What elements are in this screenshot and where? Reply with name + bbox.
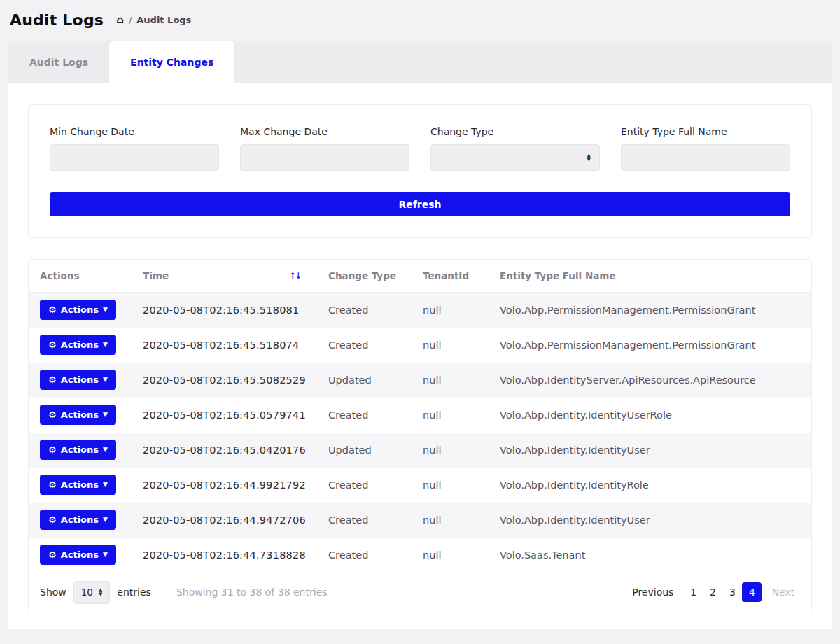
tenant-id-cell: null (412, 433, 489, 468)
sort-icon[interactable]: ↑↓ (289, 271, 300, 281)
pagination-next[interactable]: Next (766, 582, 800, 602)
tabs-bar: Audit Logs Entity Changes (8, 41, 832, 83)
tenant-id-cell: null (412, 468, 489, 503)
change-type-cell: Updated (317, 363, 412, 398)
gear-icon: ⚙ (48, 410, 57, 419)
select-updown-icon: ▲▼ (587, 153, 591, 162)
entity-type-cell: Volo.Abp.PermissionManagement.Permission… (489, 328, 811, 363)
change-type-select[interactable]: ▲▼ (430, 144, 600, 171)
actions-button-label: Actions (61, 444, 99, 455)
actions-cell: ⚙ Actions ▼ (29, 538, 132, 573)
table-header-row: Actions Time ↑↓ Change Type TenantId Ent… (29, 260, 811, 293)
filter-max-change-date: Max Change Date (240, 126, 410, 171)
table-row: ⚙ Actions ▼ 2020-05-08T02:16:45.0579741 … (29, 398, 811, 433)
page-size-select[interactable]: 10 ▲▼ (74, 581, 111, 604)
tenant-id-cell: null (412, 398, 489, 433)
tenant-id-cell: null (412, 503, 489, 538)
refresh-button[interactable]: Refresh (50, 192, 790, 216)
tenant-id-cell: null (412, 293, 489, 328)
entity-changes-table-card: Actions Time ↑↓ Change Type TenantId Ent… (28, 259, 812, 612)
row-actions-button[interactable]: ⚙ Actions ▼ (40, 545, 116, 565)
change-type-cell: Created (317, 503, 412, 538)
entity-type-full-name-input[interactable] (621, 144, 790, 171)
pagination-page-2[interactable]: 2 (703, 582, 722, 602)
time-cell: 2020-05-08T02:16:44.7318828 (132, 538, 317, 573)
time-cell: 2020-05-08T02:16:44.9472706 (132, 503, 317, 538)
content-panel: Min Change Date Max Change Date Change T… (8, 83, 832, 629)
home-icon[interactable]: ⌂ (116, 15, 124, 25)
time-cell: 2020-05-08T02:16:45.5082529 (132, 363, 317, 398)
column-header-entity-type: Entity Type Full Name (489, 260, 811, 293)
actions-button-label: Actions (61, 304, 99, 315)
gear-icon: ⚙ (48, 445, 57, 454)
table-row: ⚙ Actions ▼ 2020-05-08T02:16:44.7318828 … (29, 538, 811, 573)
actions-button-label: Actions (61, 550, 99, 560)
max-change-date-input[interactable] (240, 144, 410, 171)
showing-entries-text: Showing 31 to 38 of 38 entries (176, 587, 328, 598)
change-type-label: Change Type (430, 126, 600, 137)
entity-type-cell: Volo.Abp.Identity.IdentityUser (489, 433, 811, 468)
pagination-page-4[interactable]: 4 (742, 582, 762, 602)
actions-button-label: Actions (61, 514, 99, 525)
entries-label: entries (117, 587, 151, 598)
caret-down-icon: ▼ (103, 342, 108, 348)
gear-icon: ⚙ (48, 375, 57, 384)
caret-down-icon: ▼ (103, 412, 108, 418)
column-header-time[interactable]: Time ↑↓ (132, 260, 317, 293)
row-actions-button[interactable]: ⚙ Actions ▼ (40, 405, 116, 425)
actions-button-label: Actions (61, 374, 99, 385)
change-type-cell: Created (317, 538, 412, 573)
min-change-date-label: Min Change Date (50, 126, 219, 137)
time-cell: 2020-05-08T02:16:45.0579741 (132, 398, 317, 433)
table-row: ⚙ Actions ▼ 2020-05-08T02:16:44.9921792 … (29, 468, 811, 503)
actions-button-label: Actions (61, 340, 99, 350)
row-actions-button[interactable]: ⚙ Actions ▼ (40, 475, 116, 495)
row-actions-button[interactable]: ⚙ Actions ▼ (40, 300, 116, 320)
change-type-cell: Created (317, 398, 412, 433)
table-row: ⚙ Actions ▼ 2020-05-08T02:16:44.9472706 … (29, 503, 811, 538)
actions-cell: ⚙ Actions ▼ (29, 363, 132, 398)
caret-down-icon: ▼ (103, 447, 108, 453)
change-type-cell: Created (317, 328, 412, 363)
caret-down-icon: ▼ (103, 377, 108, 383)
actions-cell: ⚙ Actions ▼ (29, 328, 132, 363)
column-header-change-type: Change Type (317, 260, 412, 293)
pagination-page-1[interactable]: 1 (683, 582, 703, 602)
tab-audit-logs[interactable]: Audit Logs (8, 41, 109, 83)
entity-type-cell: Volo.Abp.Identity.IdentityRole (489, 468, 811, 503)
gear-icon: ⚙ (48, 305, 57, 314)
entity-type-cell: Volo.Abp.PermissionManagement.Permission… (489, 293, 811, 328)
breadcrumb-separator: / (129, 15, 132, 25)
time-header-label: Time (143, 270, 169, 281)
row-actions-button[interactable]: ⚙ Actions ▼ (40, 440, 116, 460)
actions-cell: ⚙ Actions ▼ (29, 433, 132, 468)
gear-icon: ⚙ (48, 480, 57, 489)
row-actions-button[interactable]: ⚙ Actions ▼ (40, 370, 116, 390)
tenant-id-cell: null (412, 328, 489, 363)
actions-cell: ⚙ Actions ▼ (29, 503, 132, 538)
actions-cell: ⚙ Actions ▼ (29, 398, 132, 433)
show-label: Show (40, 587, 66, 598)
time-cell: 2020-05-08T02:16:44.9921792 (132, 468, 317, 503)
time-cell: 2020-05-08T02:16:45.0420176 (132, 433, 317, 468)
time-cell: 2020-05-08T02:16:45.518074 (132, 328, 317, 363)
time-cell: 2020-05-08T02:16:45.518081 (132, 293, 317, 328)
filter-card: Min Change Date Max Change Date Change T… (28, 104, 812, 238)
actions-cell: ⚙ Actions ▼ (29, 293, 132, 328)
min-change-date-input[interactable] (50, 144, 219, 171)
row-actions-button[interactable]: ⚙ Actions ▼ (40, 510, 116, 530)
tab-entity-changes[interactable]: Entity Changes (109, 41, 234, 83)
entity-type-cell: Volo.Abp.Identity.IdentityUserRole (489, 398, 811, 433)
actions-cell: ⚙ Actions ▼ (29, 468, 132, 503)
caret-down-icon: ▼ (103, 552, 108, 558)
pagination-page-3[interactable]: 3 (722, 582, 742, 602)
row-actions-button[interactable]: ⚙ Actions ▼ (40, 335, 116, 355)
breadcrumb-current: Audit Logs (136, 15, 191, 25)
filter-entity-type-full-name: Entity Type Full Name (621, 126, 790, 171)
table-row: ⚙ Actions ▼ 2020-05-08T02:16:45.5082529 … (29, 363, 811, 398)
gear-icon: ⚙ (48, 515, 57, 524)
pagination-previous[interactable]: Previous (626, 582, 679, 602)
gear-icon: ⚙ (48, 550, 57, 559)
change-type-cell: Created (317, 293, 412, 328)
max-change-date-label: Max Change Date (240, 126, 410, 137)
